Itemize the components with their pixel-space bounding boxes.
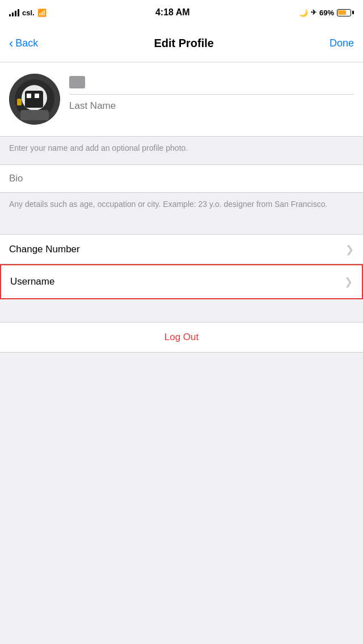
back-label: Back — [15, 37, 38, 49]
location-icon: ✈ — [311, 9, 316, 16]
page-title: Edit Profile — [154, 37, 214, 50]
username-chevron-icon: ❯ — [344, 276, 353, 288]
signal-icon — [9, 9, 19, 16]
name-helper-section: Enter your name and add an optional prof… — [0, 137, 363, 164]
username-right: ❯ — [344, 276, 353, 288]
change-number-right: ❯ — [345, 243, 354, 256]
moon-icon: 🌙 — [299, 9, 308, 17]
list-section: Change Number ❯ Username ❯ — [0, 234, 363, 299]
name-fields — [69, 74, 354, 112]
wifi-icon: 📶 — [37, 9, 47, 17]
last-name-input[interactable] — [69, 100, 354, 112]
bio-helper-section: Any details such as age, occupation or c… — [0, 193, 363, 221]
profile-section — [0, 62, 363, 137]
bio-input[interactable] — [9, 173, 354, 184]
battery-icon — [337, 9, 354, 16]
battery-percent: 69% — [319, 9, 334, 17]
nav-bar: ‹ Back Edit Profile Done — [0, 25, 363, 62]
logout-section: Log Out — [0, 322, 363, 353]
username-item[interactable]: Username ❯ — [0, 264, 363, 299]
status-time: 4:18 AM — [155, 7, 190, 18]
back-chevron-icon: ‹ — [9, 36, 13, 51]
avatar — [9, 74, 60, 125]
name-helper-text: Enter your name and add an optional prof… — [9, 142, 354, 154]
change-number-label: Change Number — [9, 244, 80, 255]
bio-helper-text: Any details such as age, occupation or c… — [9, 198, 354, 210]
status-right: 🌙 ✈ 69% — [299, 9, 354, 17]
back-button[interactable]: ‹ Back — [9, 36, 38, 51]
first-name-icon — [69, 76, 85, 88]
avatar-container[interactable] — [9, 74, 60, 125]
done-button[interactable]: Done — [330, 37, 354, 49]
status-left: csl. 📶 — [9, 9, 47, 17]
status-bar: csl. 📶 4:18 AM 🌙 ✈ 69% — [0, 0, 363, 25]
change-number-chevron-icon: ❯ — [345, 243, 354, 256]
carrier-label: csl. — [22, 9, 35, 17]
content-area: Enter your name and add an optional prof… — [0, 62, 363, 353]
logout-button[interactable]: Log Out — [0, 323, 363, 352]
username-label: Username — [10, 276, 54, 287]
bio-section — [0, 164, 363, 193]
change-number-item[interactable]: Change Number ❯ — [0, 235, 363, 264]
first-name-row — [69, 76, 354, 95]
first-name-input[interactable] — [91, 77, 354, 88]
